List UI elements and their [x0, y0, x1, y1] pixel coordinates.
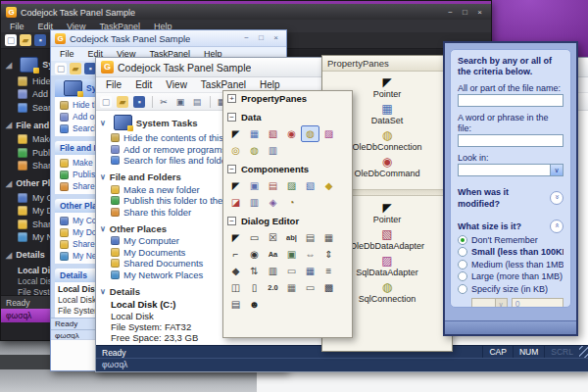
menu-item[interactable]: Help — [253, 79, 287, 90]
size-unit-select[interactable]: ∨ — [471, 298, 508, 309]
task-group-header[interactable]: ∨ File and Folders — [100, 171, 227, 184]
look-in-select[interactable]: ∨ — [458, 164, 564, 176]
file-name-input[interactable] — [458, 94, 564, 107]
toolbox-tool[interactable]: ◈ — [264, 194, 282, 211]
close-button[interactable]: × — [270, 33, 282, 43]
toolbox-tool[interactable]: ◔ — [282, 194, 301, 211]
toolbar-separator[interactable] — [210, 96, 211, 108]
toolbox-tool[interactable]: ▦ — [319, 229, 338, 246]
toolbox-tool[interactable]: ◫ — [226, 279, 245, 296]
toolbox-tool[interactable]: ◤ — [226, 177, 245, 194]
close-button[interactable]: × — [473, 7, 486, 18]
maximize-button[interactable]: □ — [255, 33, 268, 43]
radio-option[interactable]: Large (more than 1MB) — [458, 271, 564, 283]
toolbox-tool[interactable]: ▨ — [319, 125, 338, 142]
maximize-button[interactable]: □ — [459, 7, 471, 18]
toolbox-tool[interactable]: ▧ — [301, 177, 319, 194]
toolbox-tool[interactable]: ▯ — [245, 279, 264, 296]
toolbox-tool[interactable]: ◍ — [245, 142, 264, 159]
toolbox-list-item[interactable]: ◤ Pointer — [352, 76, 421, 100]
toolbox-group-header[interactable]: − Dialog Editor — [223, 214, 352, 228]
toolbox-tool[interactable]: ▣ — [282, 246, 301, 263]
size-value-input[interactable]: 0 — [512, 298, 564, 309]
toolbox-tool[interactable]: ⇕ — [319, 246, 338, 263]
toolbox-tool[interactable]: ▧ — [264, 125, 282, 142]
toolbox-tool[interactable]: ⌐ — [226, 246, 245, 263]
toolbox-tool[interactable]: ◉ — [282, 125, 301, 142]
toolbox-group-header[interactable]: − Data — [223, 110, 352, 124]
menu-item[interactable]: File — [53, 49, 81, 59]
expand-collapse-toggle[interactable]: − — [227, 217, 236, 225]
task-item[interactable]: Share this folder — [100, 207, 227, 219]
toolbox-tool[interactable]: ≡ — [319, 263, 338, 279]
radio-option[interactable]: Specify size (in KB) — [458, 283, 564, 295]
toolbox-list-item[interactable]: ▨ SqlDataAdapter — [350, 255, 424, 278]
title-bar[interactable]: G Codejock Task Panel Sample −□× — [1, 1, 491, 20]
toolbox-tool[interactable]: ▥ — [264, 263, 282, 279]
toolbox-tool[interactable]: ◤ — [226, 125, 245, 142]
new-document-button[interactable]: ▢ — [55, 63, 67, 74]
toolbox-tool[interactable]: ▨ — [282, 177, 301, 194]
pane-caption[interactable]: PropertyPanes — [322, 56, 452, 72]
open-folder-button[interactable]: ▰ — [117, 96, 130, 108]
toolbox-tool[interactable]: ◪ — [226, 194, 245, 211]
size-rollup-button[interactable]: « — [550, 220, 564, 233]
toolbox-tool[interactable]: ◉ — [245, 246, 264, 263]
title-bar[interactable]: G Codejock Task Panel Sample −□× — [51, 30, 286, 47]
modified-rollup-button[interactable]: » — [550, 191, 564, 205]
menu-item[interactable]: File — [99, 79, 128, 90]
task-group-header[interactable]: ∨ Details — [100, 284, 227, 298]
phrase-input[interactable] — [458, 134, 564, 147]
toolbox-tool[interactable]: ▥ — [245, 194, 264, 211]
toolbox-tool[interactable]: ▭ — [301, 279, 319, 296]
paste-button[interactable]: ▤ — [191, 96, 205, 108]
save-button[interactable]: ▪ — [133, 96, 147, 108]
toolbox-tool[interactable]: ▤ — [264, 177, 282, 194]
expand-collapse-toggle[interactable]: − — [227, 113, 236, 122]
toolbox-group-header[interactable]: − Componenents — [223, 162, 352, 176]
minimize-button[interactable]: − — [240, 33, 253, 43]
menu-item[interactable]: Edit — [128, 79, 159, 90]
open-folder-button[interactable]: ▰ — [20, 34, 31, 46]
task-item[interactable]: Search for files and folders — [100, 155, 227, 167]
copy-button[interactable]: ▣ — [174, 96, 188, 108]
toolbox-tool[interactable]: ▤ — [226, 296, 245, 313]
toolbox-tool[interactable]: ◆ — [319, 177, 338, 194]
task-item[interactable]: Publish this folder to the Web — [100, 195, 227, 207]
toolbox-tool[interactable]: ▭ — [245, 229, 264, 246]
toolbox-tool[interactable]: ▣ — [245, 177, 264, 194]
toolbox-tool[interactable]: ▦ — [301, 263, 319, 279]
toolbar-separator[interactable] — [152, 96, 153, 108]
task-group-header[interactable]: ∨ Other Places — [100, 221, 227, 235]
cut-button[interactable]: ✂ — [158, 96, 172, 108]
toolbox-tool[interactable]: ⇔ — [301, 246, 319, 263]
expand-collapse-toggle[interactable]: − — [227, 165, 236, 173]
task-group-header[interactable]: ∨ System Tasks — [100, 113, 227, 132]
save-button[interactable]: ▪ — [34, 34, 46, 46]
toolbox-list-item[interactable]: ▧ OleDbDataAdapter — [350, 228, 424, 252]
task-item[interactable]: My Computer — [100, 235, 227, 247]
toolbox-tool[interactable]: ☻ — [245, 296, 264, 313]
toolbox-tool[interactable]: 2.0 — [264, 279, 282, 296]
toolbox-tool[interactable]: ▥ — [264, 142, 282, 159]
task-item[interactable]: Make a new folder — [100, 184, 227, 196]
task-item[interactable]: My Documents — [100, 247, 227, 259]
toolbox-list-item[interactable]: ▦ DataSet — [352, 103, 421, 126]
menu-item[interactable]: File — [3, 22, 31, 31]
task-item[interactable]: Add or remove programs — [100, 144, 227, 156]
toolbox-list-item[interactable]: ◉ OleDbCommand — [352, 156, 421, 179]
toolbox-tool[interactable]: ▦ — [245, 125, 264, 142]
radio-option[interactable]: Medium (less than 1MB) — [458, 259, 564, 270]
toolbox-tool[interactable]: ☒ — [264, 229, 282, 246]
expand-collapse-toggle[interactable]: + — [227, 94, 236, 103]
toolbox-tool[interactable]: ◤ — [226, 229, 245, 246]
toolbox-list-item[interactable]: ◍ OleDbConnection — [352, 129, 421, 153]
toolbox-tool[interactable]: ▭ — [282, 263, 301, 279]
toolbox-tool[interactable]: ▦ — [282, 279, 301, 296]
task-item[interactable]: Hide the contents of this drive — [100, 132, 227, 144]
menu-item[interactable]: TaskPanel — [194, 79, 253, 90]
task-item[interactable]: Shared Documents — [100, 258, 227, 270]
toolbox-group-header[interactable]: + PropertyPanes — [223, 91, 352, 106]
toolbox-tool[interactable]: ▩ — [319, 279, 338, 296]
toolbox-tool[interactable]: ◎ — [226, 142, 245, 159]
